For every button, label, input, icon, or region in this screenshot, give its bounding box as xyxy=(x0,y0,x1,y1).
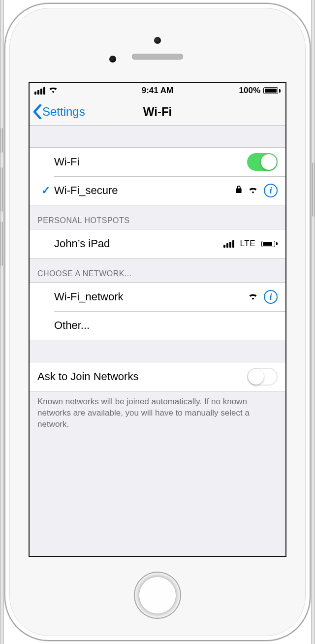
stage: 9:41 AM 100% Settings Wi-Fi xyxy=(0,0,315,644)
screen: 9:41 AM 100% Settings Wi-Fi xyxy=(29,82,286,557)
hotspot-battery-icon xyxy=(261,241,278,247)
proximity-sensor xyxy=(109,56,116,63)
battery-percent: 100% xyxy=(239,86,260,96)
device-frame: 9:41 AM 100% Settings Wi-Fi xyxy=(4,3,311,641)
nav-bar: Settings Wi-Fi xyxy=(30,98,285,126)
wifi-status-icon xyxy=(48,86,58,95)
wifi-main-group: Wi-Fi ✓ Wi-Fi_secure xyxy=(30,147,285,205)
spacer xyxy=(30,126,285,147)
volume-down-button xyxy=(0,222,3,266)
hotspot-row[interactable]: John’s iPad LTE xyxy=(30,229,285,258)
wifi-signal-icon xyxy=(248,291,258,301)
lock-icon xyxy=(235,185,242,196)
home-button[interactable] xyxy=(134,572,181,619)
front-camera xyxy=(154,37,161,44)
wifi-toggle[interactable] xyxy=(247,153,278,171)
wifi-toggle-label: Wi-Fi xyxy=(54,156,247,168)
status-bar: 9:41 AM 100% xyxy=(30,83,285,98)
connected-network-row[interactable]: ✓ Wi-Fi_secure i xyxy=(30,176,285,205)
hotspot-name: John’s iPad xyxy=(54,237,223,250)
page-title: Wi-Fi xyxy=(30,105,285,119)
ask-join-group: Ask to Join Networks xyxy=(30,362,285,391)
other-network-row[interactable]: Other... xyxy=(30,311,285,340)
cellular-signal-icon xyxy=(34,87,45,95)
info-button[interactable]: i xyxy=(264,290,278,304)
earpiece-speaker xyxy=(132,54,183,60)
power-button xyxy=(312,162,315,217)
battery-icon xyxy=(263,87,281,94)
network-ssid: Wi-Fi_network xyxy=(54,290,248,303)
section-header-hotspots: Personal Hotspots xyxy=(30,205,285,229)
ask-join-row: Ask to Join Networks xyxy=(30,362,285,391)
section-header-choose: Choose a Network... xyxy=(30,258,285,282)
checkmark-icon: ✓ xyxy=(41,184,50,197)
device-rail-right xyxy=(311,0,315,644)
device-bezel: 9:41 AM 100% Settings Wi-Fi xyxy=(9,8,306,636)
info-button[interactable]: i xyxy=(264,184,278,197)
ask-join-toggle[interactable] xyxy=(247,368,278,386)
wifi-signal-icon xyxy=(248,185,258,195)
choose-network-group: Wi-Fi_network i Other... xyxy=(30,282,285,340)
available-network-row[interactable]: Wi-Fi_network i xyxy=(30,283,285,311)
mute-switch xyxy=(0,128,3,153)
volume-up-button xyxy=(0,167,3,212)
connected-ssid: Wi-Fi_secure xyxy=(54,184,235,197)
wifi-toggle-row: Wi-Fi xyxy=(30,148,285,176)
hotspots-group: John’s iPad LTE xyxy=(30,229,285,258)
ask-join-footer: Known networks will be joined automatica… xyxy=(30,391,285,430)
network-type-label: LTE xyxy=(240,239,255,249)
cellular-signal-icon xyxy=(223,240,234,248)
other-network-label: Other... xyxy=(54,319,278,332)
ask-join-label: Ask to Join Networks xyxy=(37,370,247,383)
spacer xyxy=(30,340,285,362)
device-rail-left xyxy=(0,0,4,644)
